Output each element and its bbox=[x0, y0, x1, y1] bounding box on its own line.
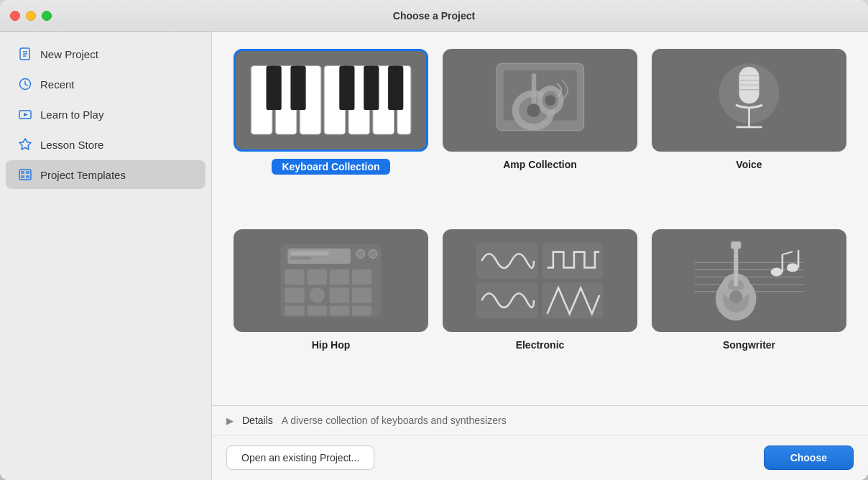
svg-rect-75 bbox=[734, 244, 738, 287]
svg-rect-11 bbox=[21, 175, 24, 178]
voice-thumb bbox=[652, 49, 846, 152]
details-row: ▶ Details A diverse collection of keyboa… bbox=[212, 406, 868, 435]
app-window: Choose a Project New Project bbox=[0, 0, 868, 480]
svg-marker-6 bbox=[24, 113, 28, 116]
svg-marker-7 bbox=[19, 139, 31, 149]
window-title: Choose a Project bbox=[393, 10, 475, 22]
svg-rect-76 bbox=[731, 241, 741, 249]
svg-rect-8 bbox=[19, 170, 31, 180]
voice-label: Voice bbox=[736, 159, 762, 170]
hip-hop-icon bbox=[255, 239, 407, 323]
template-electronic[interactable]: Electronic bbox=[443, 229, 637, 391]
svg-rect-56 bbox=[285, 305, 304, 315]
svg-rect-52 bbox=[285, 287, 304, 303]
new-project-icon bbox=[17, 46, 33, 62]
lesson-store-icon bbox=[17, 137, 33, 152]
svg-rect-22 bbox=[339, 66, 354, 110]
svg-rect-9 bbox=[21, 171, 24, 174]
electronic-label: Electronic bbox=[516, 339, 565, 351]
svg-point-46 bbox=[356, 249, 365, 258]
details-description: A diverse collection of keyboards and sy… bbox=[282, 415, 507, 426]
recent-icon bbox=[17, 76, 33, 92]
keyboard-collection-thumb bbox=[234, 49, 428, 152]
svg-rect-55 bbox=[352, 287, 371, 303]
svg-rect-50 bbox=[330, 269, 349, 285]
svg-point-33 bbox=[545, 95, 555, 106]
amp-collection-label: Amp Collection bbox=[503, 159, 577, 170]
svg-rect-45 bbox=[290, 257, 311, 259]
hip-hop-label: Hip Hop bbox=[312, 339, 351, 351]
amp-collection-icon bbox=[472, 57, 609, 144]
content-area: Keyboard Collection bbox=[212, 32, 868, 480]
titlebar: Choose a Project bbox=[0, 0, 868, 32]
voice-icon bbox=[696, 57, 803, 144]
svg-rect-59 bbox=[352, 305, 371, 315]
svg-rect-58 bbox=[330, 305, 349, 315]
svg-point-53 bbox=[309, 287, 324, 303]
templates-grid: Keyboard Collection bbox=[212, 32, 868, 405]
svg-point-32 bbox=[527, 103, 540, 117]
svg-rect-48 bbox=[285, 269, 304, 285]
sidebar-item-learn-to-play[interactable]: Learn to Play bbox=[6, 100, 206, 129]
sidebar-item-recent[interactable]: Recent bbox=[6, 70, 206, 98]
svg-rect-61 bbox=[542, 243, 604, 279]
svg-rect-51 bbox=[352, 269, 371, 285]
svg-rect-60 bbox=[476, 243, 537, 279]
svg-point-80 bbox=[787, 263, 798, 272]
svg-rect-54 bbox=[330, 287, 349, 303]
sidebar-label-new-project: New Project bbox=[40, 48, 98, 60]
svg-point-47 bbox=[369, 249, 377, 258]
svg-rect-63 bbox=[542, 282, 604, 318]
project-templates-icon bbox=[17, 167, 33, 183]
keyboard-collection-label: Keyboard Collection bbox=[272, 159, 389, 175]
minimize-button[interactable] bbox=[26, 11, 36, 21]
electronic-icon bbox=[457, 239, 622, 321]
svg-rect-12 bbox=[26, 175, 29, 178]
details-label: Details bbox=[242, 415, 273, 426]
svg-rect-23 bbox=[364, 66, 379, 110]
svg-rect-44 bbox=[290, 251, 329, 255]
amp-collection-thumb bbox=[443, 49, 637, 152]
svg-rect-43 bbox=[287, 248, 351, 263]
svg-rect-24 bbox=[388, 66, 403, 110]
songwriter-label: Songwriter bbox=[723, 339, 775, 351]
close-button[interactable] bbox=[10, 11, 20, 21]
sidebar-label-recent: Recent bbox=[40, 78, 75, 91]
template-songwriter[interactable]: Songwriter bbox=[652, 229, 846, 391]
details-chevron-icon[interactable]: ▶ bbox=[226, 415, 234, 426]
sidebar-label-lesson-store: Lesson Store bbox=[40, 139, 103, 151]
template-voice[interactable]: Voice bbox=[652, 49, 846, 215]
keyboard-collection-icon bbox=[247, 62, 415, 139]
template-amp-collection[interactable]: Amp Collection bbox=[443, 49, 637, 215]
svg-rect-62 bbox=[476, 282, 537, 318]
svg-rect-20 bbox=[266, 66, 281, 110]
sidebar-item-lesson-store[interactable]: Lesson Store bbox=[6, 130, 206, 159]
sidebar-item-project-templates[interactable]: Project Templates bbox=[6, 160, 206, 189]
songwriter-icon bbox=[671, 237, 827, 324]
traffic-lights bbox=[10, 11, 52, 21]
sidebar-label-learn-to-play: Learn to Play bbox=[40, 109, 103, 121]
template-keyboard-collection[interactable]: Keyboard Collection bbox=[234, 49, 428, 215]
svg-rect-10 bbox=[26, 171, 29, 174]
electronic-thumb bbox=[443, 229, 637, 332]
songwriter-thumb bbox=[652, 229, 846, 332]
svg-point-77 bbox=[771, 267, 782, 276]
svg-rect-49 bbox=[307, 269, 326, 285]
open-existing-button[interactable]: Open an existing Project... bbox=[226, 446, 374, 470]
sidebar-label-project-templates: Project Templates bbox=[40, 169, 126, 181]
sidebar: New Project Recent Lea bbox=[0, 32, 212, 480]
svg-rect-57 bbox=[307, 305, 326, 315]
svg-point-74 bbox=[729, 290, 742, 303]
learn-to-play-icon bbox=[17, 106, 33, 122]
choose-button[interactable]: Choose bbox=[764, 446, 854, 470]
svg-line-79 bbox=[782, 251, 793, 254]
sidebar-item-new-project[interactable]: New Project bbox=[6, 40, 206, 68]
svg-rect-21 bbox=[290, 66, 305, 110]
main-area: New Project Recent Lea bbox=[0, 32, 868, 480]
bottom-bar: ▶ Details A diverse collection of keyboa… bbox=[212, 405, 868, 480]
hip-hop-thumb bbox=[234, 229, 428, 332]
maximize-button[interactable] bbox=[42, 11, 52, 21]
actions-row: Open an existing Project... Choose bbox=[212, 435, 868, 480]
template-hip-hop[interactable]: Hip Hop bbox=[234, 229, 428, 391]
